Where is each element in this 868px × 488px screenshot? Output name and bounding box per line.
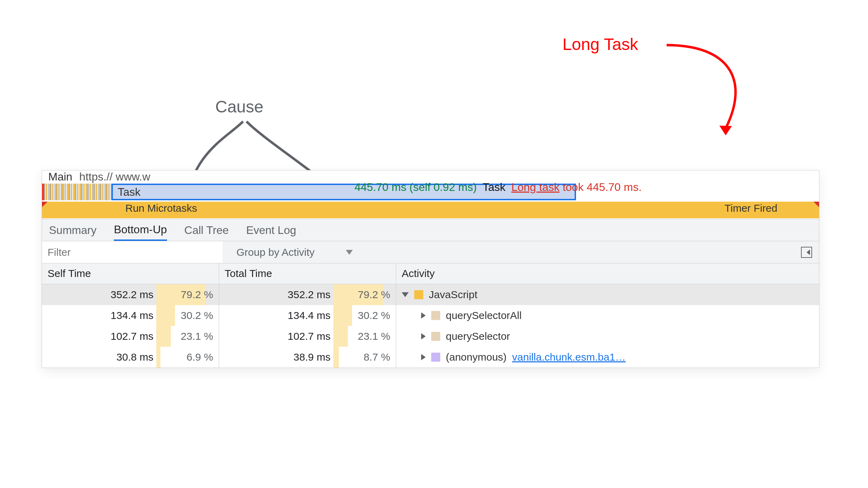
table-row[interactable]: 102.7 ms23.1 %102.7 ms23.1 %querySelecto… — [42, 326, 819, 347]
show-heaviest-stack-icon[interactable] — [801, 247, 812, 258]
pct-bar — [333, 305, 352, 326]
task-duration: 445.70 ms (self 0.92 ms) — [354, 181, 477, 193]
group-by-dropdown[interactable]: Group by Activity — [236, 246, 353, 258]
timer-fired-label: Timer Fired — [725, 202, 777, 214]
annotation-cause: Cause — [215, 97, 264, 116]
self-ms: 30.8 ms — [62, 351, 156, 363]
activity-name: querySelector — [446, 330, 510, 342]
total-pct: 8.7 % — [333, 347, 396, 368]
category-color-icon — [414, 290, 423, 299]
flame-header: Main https.// www.w — [48, 170, 150, 183]
table-row[interactable]: 134.4 ms30.2 %134.4 ms30.2 %querySelecto… — [42, 305, 819, 326]
pct-text: 23.1 % — [181, 330, 213, 342]
task-info: 445.70 ms (self 0.92 ms) Task Long task … — [354, 181, 816, 194]
cell-activity: (anonymous)vanilla.chunk.esm.ba1… — [396, 347, 819, 368]
table-header: Self Time Total Time Activity — [42, 263, 819, 284]
total-pct: 79.2 % — [333, 284, 396, 305]
pct-bar — [333, 326, 348, 347]
toolbar: Group by Activity — [42, 241, 819, 263]
self-pct: 6.9 % — [156, 347, 219, 368]
cell-self-time: 30.8 ms6.9 % — [42, 347, 219, 368]
task-bar-label: Task — [118, 186, 141, 199]
tab-call-tree[interactable]: Call Tree — [184, 219, 229, 241]
pct-text: 30.2 % — [181, 310, 213, 321]
filter-input[interactable] — [42, 241, 223, 263]
pct-bar — [156, 326, 171, 347]
expand-closed-icon[interactable] — [421, 354, 426, 360]
pct-text: 79.2 % — [358, 289, 390, 301]
column-total-time[interactable]: Total Time — [219, 263, 396, 284]
cell-total-time: 102.7 ms23.1 % — [219, 326, 396, 347]
main-thread-label: Main — [48, 170, 72, 183]
tabs-bar: Summary Bottom-Up Call Tree Event Log — [42, 219, 819, 241]
pct-text: 8.7 % — [364, 351, 390, 363]
total-ms: 102.7 ms — [240, 330, 333, 342]
tab-summary[interactable]: Summary — [49, 219, 97, 241]
pct-text: 79.2 % — [181, 289, 213, 301]
annotation-long-task: Long Task — [562, 35, 638, 54]
expand-closed-icon[interactable] — [421, 312, 426, 319]
chevron-down-icon — [346, 250, 353, 255]
cell-total-time: 38.9 ms8.7 % — [219, 347, 396, 368]
task-word: Task — [483, 181, 506, 193]
table-body: 352.2 ms79.2 %352.2 ms79.2 %JavaScript13… — [42, 284, 819, 368]
column-activity[interactable]: Activity — [396, 263, 819, 284]
tab-bottom-up[interactable]: Bottom-Up — [114, 219, 167, 241]
pct-bar — [156, 305, 175, 326]
arrow-red-icon — [660, 38, 799, 142]
cell-self-time: 102.7 ms23.1 % — [42, 326, 219, 347]
category-color-icon — [431, 332, 440, 341]
cell-activity: querySelector — [396, 326, 819, 347]
long-task-marker-right-icon — [813, 202, 819, 207]
svg-marker-0 — [719, 126, 732, 135]
total-ms: 38.9 ms — [240, 351, 333, 363]
total-ms: 134.4 ms — [240, 310, 333, 321]
cell-total-time: 352.2 ms79.2 % — [219, 284, 396, 305]
column-self-time[interactable]: Self Time — [42, 263, 219, 284]
flame-url-label: https.// www.w — [79, 170, 150, 183]
pct-bar — [156, 347, 160, 368]
pct-text: 23.1 % — [358, 330, 390, 342]
pct-text: 30.2 % — [358, 310, 390, 321]
cell-total-time: 134.4 ms30.2 % — [219, 305, 396, 326]
pct-text: 6.9 % — [186, 351, 213, 363]
activity-name: JavaScript — [429, 289, 477, 301]
cell-activity: JavaScript — [396, 284, 819, 305]
group-by-label: Group by Activity — [236, 246, 315, 258]
source-link[interactable]: vanilla.chunk.esm.ba1… — [512, 351, 626, 363]
tab-event-log[interactable]: Event Log — [246, 219, 296, 241]
cell-self-time: 352.2 ms79.2 % — [42, 284, 219, 305]
flame-barcode — [42, 184, 111, 200]
self-ms: 352.2 ms — [62, 289, 156, 301]
total-ms: 352.2 ms — [240, 289, 333, 301]
activity-name: querySelectorAll — [446, 310, 521, 321]
self-ms: 134.4 ms — [62, 310, 156, 321]
self-ms: 102.7 ms — [62, 330, 156, 342]
self-pct: 30.2 % — [156, 305, 219, 326]
total-pct: 23.1 % — [333, 326, 396, 347]
category-color-icon — [431, 353, 440, 362]
activity-name: (anonymous) — [446, 351, 507, 363]
long-task-marker-left-icon — [42, 202, 48, 207]
self-pct: 79.2 % — [156, 284, 219, 305]
category-color-icon — [431, 311, 440, 320]
devtools-panel: Main https.// www.w Task 445.70 ms (self… — [42, 170, 819, 368]
expand-closed-icon[interactable] — [421, 333, 426, 339]
long-task-link[interactable]: Long task — [511, 181, 560, 193]
cell-activity: querySelectorAll — [396, 305, 819, 326]
expand-open-icon[interactable] — [402, 292, 409, 297]
table-row[interactable]: 30.8 ms6.9 %38.9 ms8.7 %(anonymous)vanil… — [42, 347, 819, 368]
pct-bar — [333, 347, 339, 368]
took-text-val: took 445.70 ms. — [562, 181, 642, 193]
cell-self-time: 134.4 ms30.2 % — [42, 305, 219, 326]
self-pct: 23.1 % — [156, 326, 219, 347]
flame-chart-area[interactable]: Main https.// www.w Task 445.70 ms (self… — [42, 170, 819, 219]
table-row[interactable]: 352.2 ms79.2 %352.2 ms79.2 %JavaScript — [42, 284, 819, 305]
total-pct: 30.2 % — [333, 305, 396, 326]
microtasks-label: Run Microtasks — [125, 202, 197, 214]
